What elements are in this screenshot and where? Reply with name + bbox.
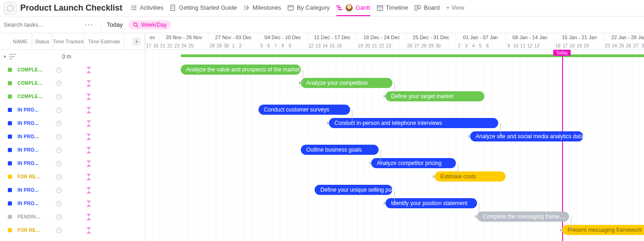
time-tracked-cell[interactable]	[45, 174, 73, 180]
gantt-bar[interactable]: Complete the messaging frame…	[477, 212, 569, 222]
time-tracked-cell[interactable]	[45, 134, 73, 140]
col-time-estimate[interactable]: Time Estimate	[85, 33, 124, 49]
time-estimate-cell[interactable]	[73, 200, 105, 207]
task-list-panel: NAME Status Time Tracked Time Estimate +…	[0, 33, 145, 241]
tab-timeline[interactable]: 17 Timeline	[377, 0, 408, 16]
time-tracked-cell[interactable]	[45, 120, 73, 127]
hourglass-icon	[86, 200, 91, 207]
day-header	[195, 41, 201, 50]
task-row[interactable]: IN PRO…	[0, 183, 145, 197]
gantt-bar[interactable]: Define your unique selling point	[315, 185, 392, 195]
gantt-bar[interactable]: Analyze your competition	[301, 78, 393, 88]
time-tracked-cell[interactable]	[45, 147, 73, 153]
time-estimate-cell[interactable]	[73, 174, 105, 180]
task-row[interactable]: COMPLE…	[0, 90, 145, 103]
time-tracked-cell[interactable]	[45, 200, 73, 207]
gantt-bar[interactable]: Analyze competitor pricing	[371, 158, 456, 168]
tab-add-view[interactable]: + View	[446, 0, 464, 16]
day-header	[442, 41, 448, 50]
tab-board[interactable]: Board	[414, 0, 440, 16]
status-bullet	[0, 228, 14, 232]
time-tracked-cell[interactable]	[45, 80, 73, 87]
day-header: 27	[414, 41, 420, 50]
gantt-bar[interactable]: Identify your position statement	[385, 198, 477, 208]
svg-rect-4	[415, 6, 417, 10]
hourglass-icon	[86, 214, 91, 220]
time-tracked-cell[interactable]	[45, 94, 73, 100]
zoom-pill[interactable]: Week/Day	[128, 20, 171, 29]
task-row[interactable]: IN PRO…	[0, 197, 145, 210]
time-estimate-cell[interactable]	[73, 80, 105, 87]
task-row[interactable]: IN PRO…	[0, 117, 145, 130]
task-row[interactable]: IN PRO…	[0, 143, 145, 157]
task-row[interactable]: COMPLE…	[0, 63, 145, 76]
day-header: 22	[378, 41, 385, 50]
time-estimate-cell[interactable]	[73, 107, 105, 113]
add-column-button[interactable]: +	[132, 37, 141, 46]
task-row[interactable]: IN PRO…	[0, 103, 145, 117]
search-input[interactable]	[4, 19, 77, 30]
status-bullet	[0, 148, 14, 152]
gantt-bar[interactable]: Conduct customer surveys	[259, 105, 351, 115]
timeline-body[interactable]: Today Analyze the value and prospects of…	[145, 50, 644, 241]
gantt-bar[interactable]: Define your target market	[385, 91, 484, 101]
time-tracked-cell[interactable]	[45, 160, 73, 167]
tab-milestones[interactable]: Milestones	[243, 0, 281, 16]
col-status[interactable]: Status	[32, 33, 52, 49]
task-row[interactable]: FOR RE…	[0, 170, 145, 183]
more-menu[interactable]: ···	[83, 21, 95, 29]
col-time-tracked[interactable]: Time Tracked	[52, 33, 85, 49]
group-icon	[9, 54, 17, 59]
task-row[interactable]: IN PRO…	[0, 157, 145, 170]
today-button[interactable]: Today	[107, 21, 123, 28]
gantt-panel[interactable]: ov20 Nov - 26 Nov27 Nov - 03 Dec04 Dec -…	[145, 33, 644, 241]
tab-getting-started[interactable]: Getting Started Guide	[170, 0, 237, 16]
page-title: Product Launch Checklist	[20, 3, 122, 13]
tab-gantt[interactable]: Gantt	[336, 0, 370, 16]
time-estimate-cell[interactable]	[73, 227, 105, 234]
tab-activities[interactable]: Activities	[131, 0, 163, 16]
day-header: 8	[280, 41, 287, 50]
day-header: 12	[527, 41, 534, 50]
time-estimate-cell[interactable]	[73, 187, 105, 194]
space-icon[interactable]	[4, 2, 17, 15]
status-label: COMPLE…	[14, 81, 45, 86]
time-estimate-cell[interactable]	[73, 120, 105, 127]
tab-by-category[interactable]: By Category	[288, 0, 330, 16]
time-estimate-cell[interactable]	[73, 147, 105, 153]
task-row[interactable]: FOR RE…	[0, 223, 145, 237]
hourglass-icon	[86, 227, 91, 234]
time-estimate-cell[interactable]	[73, 134, 105, 140]
time-tracked-cell[interactable]	[45, 107, 73, 113]
week-header: 08 Jan - 14 Jan	[506, 33, 555, 41]
day-header	[244, 41, 251, 50]
time-estimate-cell[interactable]	[73, 214, 105, 220]
time-tracked-cell[interactable]	[45, 67, 73, 73]
time-estimate-cell[interactable]	[73, 67, 105, 73]
gantt-bar[interactable]: Analyze the value and prospects of the m…	[181, 65, 301, 75]
gantt-bar[interactable]: Conduct in-person and telephone intervie…	[329, 118, 498, 128]
svg-point-6	[134, 23, 137, 26]
time-tracked-cell[interactable]	[45, 187, 73, 194]
task-row[interactable]: IN PRO…	[0, 130, 145, 143]
status-bullet	[0, 94, 14, 99]
gantt-bar[interactable]: Analyze site and social media analytics …	[470, 131, 583, 141]
time-tracked-cell[interactable]	[45, 227, 73, 234]
day-header: 3	[463, 41, 470, 50]
time-tracked-cell[interactable]	[45, 214, 73, 220]
status-label: IN PRO…	[14, 201, 45, 206]
task-row[interactable]: PENDIN…	[0, 210, 145, 223]
status-label: IN PRO…	[14, 161, 45, 166]
col-name[interactable]: NAME	[0, 33, 32, 49]
today-flag: Today	[553, 50, 571, 56]
collapse-caret-icon[interactable]: ▾	[0, 54, 9, 59]
time-estimate-cell[interactable]	[73, 160, 105, 167]
group-summary-row[interactable]: ▾ 0 m	[0, 50, 145, 63]
gantt-bar[interactable]: Present messaging framework	[562, 225, 644, 235]
gantt-bar[interactable]: Outline business goals	[301, 145, 379, 155]
hourglass-icon	[86, 174, 91, 180]
gantt-bar[interactable]: Estimate costs	[435, 171, 506, 182]
category-icon	[288, 5, 294, 11]
time-estimate-cell[interactable]	[73, 94, 105, 100]
task-row[interactable]: COMPLE…	[0, 76, 145, 90]
